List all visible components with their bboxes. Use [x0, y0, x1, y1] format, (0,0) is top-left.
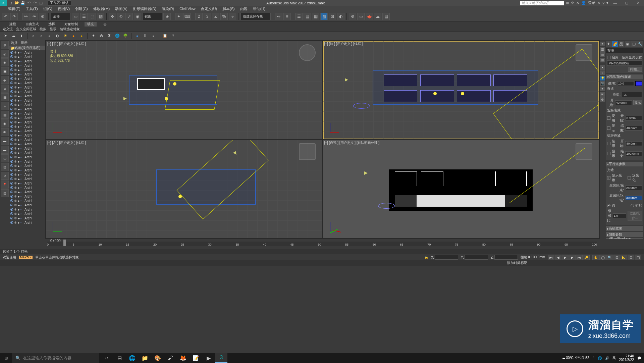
redo-button[interactable]: ↷	[10, 13, 18, 20]
minimize-button[interactable]: —	[610, 0, 620, 6]
goto-start-button[interactable]: ⏮	[548, 255, 554, 260]
start-button[interactable]: ⊞	[0, 353, 12, 363]
volume-icon[interactable]: 🔊	[605, 356, 609, 360]
tree-item[interactable]: ⦿❄▸▫Archi	[9, 76, 45, 81]
tab-objectpaint[interactable]: 对象绘制	[62, 22, 80, 27]
explorer-icon-3[interactable]: ◈	[1, 58, 9, 66]
notification-icon[interactable]: 💬	[637, 356, 641, 360]
dropdown-arrow-icon[interactable]: ▾	[606, 1, 608, 5]
autokey-label[interactable]: 添加时间标记	[507, 261, 527, 265]
header-select[interactable]: 选择	[11, 41, 17, 45]
tree-item[interactable]: ⦿❄▸▫Archi	[9, 133, 45, 138]
tab-modeling[interactable]: 建模	[7, 22, 19, 27]
exchange-icon[interactable]: ✕	[576, 1, 579, 5]
shade-wire-icon[interactable]: ○	[600, 70, 605, 75]
tree-icon[interactable]: 🌳	[122, 33, 129, 39]
prev-frame-button[interactable]: ◀	[555, 255, 561, 260]
menu-edit[interactable]: 编辑(E)	[8, 6, 20, 11]
bind-button[interactable]: ⊛	[39, 13, 46, 20]
hierarchy-tab[interactable]: 品	[619, 41, 625, 47]
far-use-checkbox[interactable]	[607, 142, 610, 145]
subtab-idle[interactable]: 定义空闲区域	[16, 27, 36, 32]
viewport-top-label[interactable]: [+] [顶 ] [用户定义 ] [线框 ]	[47, 42, 86, 46]
explorer-icon-16[interactable]: ⚲	[1, 172, 9, 180]
rollout-advanced[interactable]: ▸ 高级效果	[606, 226, 643, 231]
menu-customize[interactable]: 自定义(U)	[201, 6, 217, 11]
login-label[interactable]: 登录	[588, 0, 595, 5]
material-editor-button[interactable]: ◐	[337, 13, 344, 20]
y-input[interactable]	[465, 255, 488, 260]
next-frame-button[interactable]: ▶	[569, 255, 576, 260]
tree-item[interactable]: ⦿❄▸▫Archi	[9, 190, 45, 194]
maximize-button[interactable]: ▢	[622, 0, 631, 6]
zoom-ext-button[interactable]: ⊡	[628, 255, 634, 260]
taskbar-search[interactable]: 🔍在这里输入你要搜索的内容	[12, 353, 99, 363]
explorer-icon-13[interactable]: ▬	[1, 146, 9, 154]
help2-icon[interactable]: ?	[170, 33, 176, 39]
tree-item[interactable]: ⦿❄▸▫Archi	[9, 68, 45, 72]
tree-item[interactable]: ⦿❄▸▫Archi	[9, 220, 45, 225]
disc-icon[interactable]: ●	[46, 33, 53, 39]
sparkle-icon[interactable]: ✦	[90, 33, 97, 39]
header-display[interactable]: 显示	[21, 41, 28, 45]
timeline[interactable]: 0 / 100 05101520253035404550556065707580…	[0, 239, 644, 249]
explorer-icon-6[interactable]: ≋	[1, 85, 9, 93]
gold-sphere-icon[interactable]: ●	[78, 33, 85, 39]
tree-item[interactable]: ⦿❄▸▫Archi	[9, 90, 45, 94]
explorer-icon-1[interactable]: ⊕	[1, 41, 9, 49]
tree-item[interactable]: ⦿❄▸▫Archi	[9, 142, 45, 146]
tree-item[interactable]: ⦿❄▸▫Archi	[9, 98, 45, 103]
lock-icon[interactable]: 🔒	[424, 256, 428, 259]
manipulate-button[interactable]: ✦	[175, 13, 182, 20]
zoom-all-button[interactable]: ⊡	[613, 255, 620, 260]
circle1-icon[interactable]: ○	[30, 33, 37, 39]
tree-item[interactable]: ⦿❄▸▫Archi	[9, 203, 45, 207]
arc-button[interactable]: ◯	[599, 255, 606, 260]
circle2-icon[interactable]: ○	[38, 33, 45, 39]
explorer-icon-11[interactable]: 👁	[1, 128, 9, 136]
explorer-icon-12[interactable]: ▬	[1, 137, 9, 145]
ime-icon[interactable]: 英	[612, 356, 616, 360]
firefox-icon[interactable]: 🦊	[177, 353, 189, 363]
rollout-params[interactable]: ▾ 平行光参数	[606, 162, 643, 166]
tab-selection[interactable]: 选择	[46, 22, 58, 27]
tree-item[interactable]: ⦿❄▸▫Archi	[9, 146, 45, 151]
paint-icon[interactable]: 🎨	[152, 353, 164, 363]
link-button[interactable]: ⚯	[22, 13, 30, 20]
render-gallery-button[interactable]: ▤	[382, 13, 390, 20]
modify-tab[interactable]: 🌈	[612, 41, 618, 47]
tree-item[interactable]: ⦿❄▸▫Archi	[9, 111, 45, 116]
decay-type-dropdown[interactable]: 无	[622, 92, 642, 97]
display-tab[interactable]: ▢	[631, 41, 637, 47]
window-crossing-button[interactable]: ▨	[97, 13, 104, 20]
save-icon[interactable]: 💾	[20, 0, 25, 6]
schematic-view-button[interactable]: ⊡	[329, 13, 336, 20]
render-button[interactable]: 🫖	[366, 13, 373, 20]
system-icon[interactable]: ⚙	[600, 97, 605, 102]
menu-grapheditors[interactable]: 图形编辑器(D)	[133, 6, 156, 11]
overshoot-checkbox[interactable]	[628, 176, 631, 179]
explorer-icon-4[interactable]: ▣	[1, 67, 9, 75]
tree-item[interactable]: ⦿❄▸▫Archi	[9, 55, 45, 59]
scale-button[interactable]: ⤢	[125, 13, 133, 20]
app2-icon[interactable]: 📝	[190, 353, 202, 363]
placement-button[interactable]: ◉	[134, 13, 141, 20]
explorer-icon-17[interactable]: 📍	[1, 180, 9, 189]
angle-snap-button[interactable]: ∡	[212, 13, 219, 20]
time-slider[interactable]: 0510152025303540455055606570758085909510…	[47, 242, 597, 246]
menu-rendering[interactable]: 渲染(R)	[162, 6, 174, 11]
rollout-shadow-params[interactable]: ▸ 阴影参数	[606, 232, 643, 237]
dots-icon[interactable]: ⠿	[142, 33, 149, 39]
tree-item[interactable]: ⦿❄▸▫Archi	[9, 94, 45, 98]
undo-icon[interactable]: ↶	[26, 0, 32, 6]
select-name-button[interactable]: ☰	[80, 13, 88, 20]
explorer-icon-8[interactable]: ⟐	[1, 102, 9, 110]
tree-item[interactable]: ⦿❄▸▫Archi	[9, 207, 45, 212]
menu-tools[interactable]: 工具(T)	[26, 6, 38, 11]
z-input[interactable]	[494, 255, 518, 260]
align-button[interactable]: ≡	[283, 13, 291, 20]
explorer-icon-14[interactable]: ▭	[1, 154, 9, 162]
tree-item[interactable]: ⦿❄▸▫Archi	[9, 59, 45, 63]
rect-radio[interactable]	[631, 204, 634, 207]
tree-item[interactable]: ⦿❄▸▫Archi	[9, 116, 45, 120]
